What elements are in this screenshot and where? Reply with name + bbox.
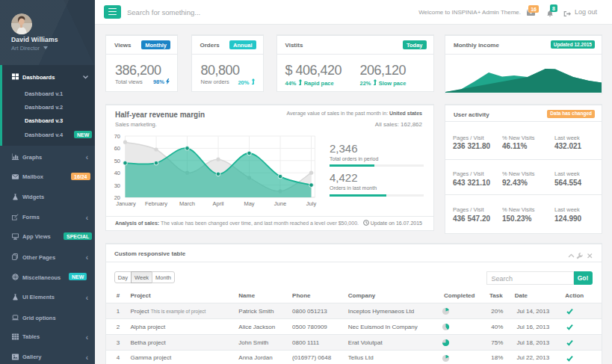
svg-text:February: February (145, 200, 167, 207)
svg-text:30: 30 (114, 182, 120, 188)
svg-text:May: May (244, 200, 254, 207)
svg-text:April: April (212, 200, 223, 207)
svg-text:60: 60 (114, 145, 120, 152)
svg-text:70: 70 (114, 133, 120, 140)
svg-text:March: March (179, 200, 195, 207)
svg-text:July: July (306, 200, 317, 207)
svg-text:50: 50 (114, 157, 120, 164)
svg-text:40: 40 (114, 170, 120, 176)
svg-text:January: January (116, 200, 136, 207)
svg-text:June: June (274, 200, 286, 207)
